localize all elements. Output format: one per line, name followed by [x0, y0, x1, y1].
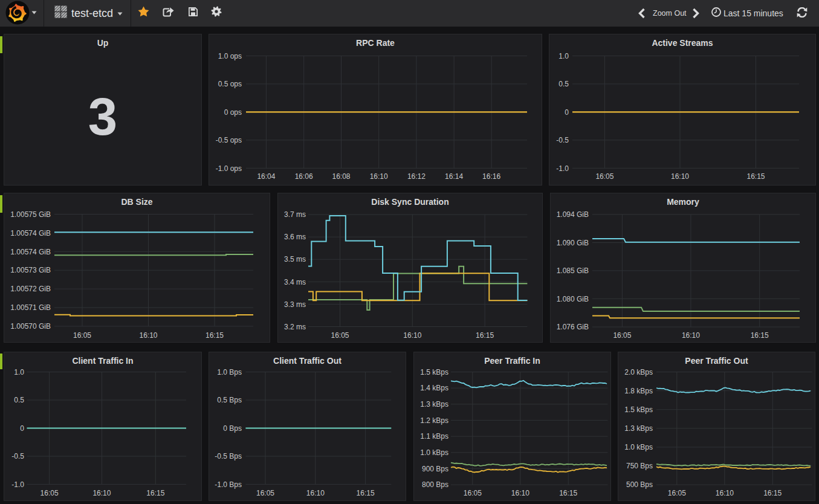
svg-text:3.6 ms: 3.6 ms [284, 233, 306, 241]
svg-text:16:10: 16:10 [403, 331, 421, 340]
svg-text:1.1 kBps: 1.1 kBps [420, 432, 448, 441]
svg-text:16:15: 16:15 [559, 489, 577, 497]
svg-text:0.5 ops: 0.5 ops [218, 80, 242, 88]
svg-text:1.094 GiB: 1.094 GiB [557, 210, 589, 219]
svg-text:16:05: 16:05 [256, 489, 274, 497]
svg-text:0 ops: 0 ops [224, 108, 242, 117]
svg-text:16:15: 16:15 [146, 489, 164, 497]
svg-text:3.2 ms: 3.2 ms [284, 323, 306, 331]
svg-text:16:05: 16:05 [668, 489, 686, 497]
svg-text:1.0: 1.0 [558, 52, 569, 60]
svg-text:1.090 GiB: 1.090 GiB [557, 239, 589, 247]
svg-text:-1.0 Bps: -1.0 Bps [215, 480, 242, 489]
svg-text:16:10: 16:10 [682, 331, 700, 340]
svg-text:1.5 kBps: 1.5 kBps [624, 405, 653, 414]
svg-text:1.085 GiB: 1.085 GiB [557, 267, 589, 275]
svg-text:16:05: 16:05 [73, 331, 91, 340]
svg-text:1.00572 GiB: 1.00572 GiB [10, 285, 51, 293]
svg-text:16:05: 16:05 [40, 489, 59, 497]
svg-text:16:10: 16:10 [511, 489, 529, 497]
svg-text:1.0: 1.0 [14, 368, 24, 376]
svg-text:0: 0 [565, 108, 569, 117]
svg-text:-1.0: -1.0 [11, 480, 24, 489]
svg-text:1.5 kBps: 1.5 kBps [420, 368, 448, 376]
svg-text:-1.0: -1.0 [556, 164, 569, 173]
svg-text:750 Bps: 750 Bps [626, 462, 653, 470]
svg-text:0: 0 [20, 424, 24, 433]
svg-text:3.3 ms: 3.3 ms [284, 300, 306, 309]
svg-text:16:08: 16:08 [332, 172, 350, 181]
svg-text:3.5 ms: 3.5 ms [284, 255, 306, 263]
svg-text:16:10: 16:10 [306, 489, 325, 497]
svg-text:-0.5 ops: -0.5 ops [216, 136, 242, 144]
svg-text:1.4 kBps: 1.4 kBps [420, 384, 448, 392]
svg-text:0.5: 0.5 [558, 80, 569, 88]
svg-text:1.00574 GiB: 1.00574 GiB [10, 229, 51, 237]
svg-text:16:16: 16:16 [482, 172, 500, 181]
svg-text:16:15: 16:15 [357, 489, 375, 497]
svg-text:16:15: 16:15 [476, 331, 494, 340]
svg-text:0 Bps: 0 Bps [223, 424, 242, 433]
svg-text:16:10: 16:10 [671, 172, 689, 181]
svg-text:2.0 kBps: 2.0 kBps [624, 368, 653, 376]
svg-text:3.7 ms: 3.7 ms [284, 210, 306, 219]
svg-text:16:10: 16:10 [716, 489, 734, 497]
svg-text:16:05: 16:05 [331, 331, 349, 340]
svg-text:1.2 kBps: 1.2 kBps [420, 416, 448, 425]
svg-text:16:14: 16:14 [445, 172, 463, 181]
svg-text:16:05: 16:05 [595, 172, 613, 181]
svg-text:1.0 kBps: 1.0 kBps [420, 448, 448, 457]
svg-text:1.076 GiB: 1.076 GiB [557, 323, 589, 331]
svg-text:-0.5 Bps: -0.5 Bps [215, 452, 242, 460]
svg-text:1.00575 GiB: 1.00575 GiB [10, 210, 51, 219]
svg-text:16:05: 16:05 [613, 331, 631, 340]
svg-text:0.5 Bps: 0.5 Bps [217, 396, 242, 404]
svg-text:1.8 kBps: 1.8 kBps [624, 387, 653, 395]
svg-text:1.080 GiB: 1.080 GiB [557, 295, 589, 303]
svg-text:16:04: 16:04 [257, 172, 275, 181]
svg-text:16:10: 16:10 [370, 172, 388, 181]
svg-text:1.00574 GiB: 1.00574 GiB [10, 248, 51, 256]
svg-text:16:10: 16:10 [92, 489, 111, 497]
svg-text:1.3 kBps: 1.3 kBps [624, 424, 653, 433]
svg-text:1.00570 GiB: 1.00570 GiB [10, 322, 51, 331]
svg-text:-0.5: -0.5 [556, 136, 569, 144]
svg-text:-0.5: -0.5 [11, 452, 24, 460]
svg-text:16:12: 16:12 [407, 172, 426, 181]
svg-text:16:10: 16:10 [139, 331, 157, 340]
svg-text:1.0 Bps: 1.0 Bps [217, 368, 242, 376]
svg-text:1.00571 GiB: 1.00571 GiB [10, 303, 51, 312]
svg-text:16:15: 16:15 [746, 172, 765, 181]
svg-text:3.4 ms: 3.4 ms [284, 278, 306, 286]
svg-text:16:05: 16:05 [464, 489, 482, 497]
svg-text:1.0 ops: 1.0 ops [218, 52, 242, 60]
svg-text:1.3 kBps: 1.3 kBps [420, 400, 448, 409]
svg-text:500 Bps: 500 Bps [626, 480, 653, 489]
svg-text:1.00573 GiB: 1.00573 GiB [10, 266, 51, 274]
svg-text:800 Bps: 800 Bps [422, 480, 448, 489]
svg-text:1.0 kBps: 1.0 kBps [624, 443, 653, 451]
svg-text:900 Bps: 900 Bps [422, 465, 448, 473]
svg-text:-1.0 ops: -1.0 ops [216, 164, 242, 173]
svg-text:0.5: 0.5 [14, 396, 24, 404]
svg-text:16:06: 16:06 [295, 172, 313, 181]
svg-text:16:15: 16:15 [763, 489, 782, 497]
svg-text:16:15: 16:15 [206, 331, 224, 340]
svg-text:16:15: 16:15 [751, 331, 769, 340]
